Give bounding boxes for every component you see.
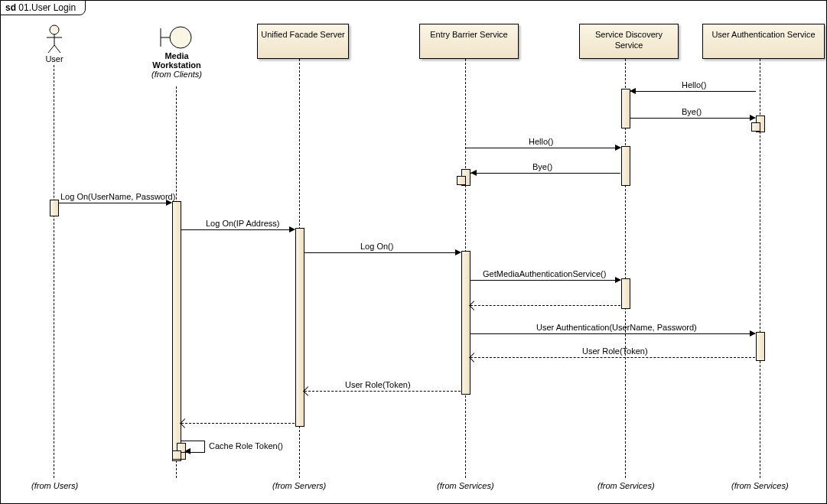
lifeline-auth: User Authentication Service [702, 24, 825, 59]
msg-logon3-arrow [455, 249, 461, 255]
msg-getservice-return-line [470, 305, 620, 306]
msg-userrole1-line [470, 357, 755, 358]
activation-auth-1b [751, 122, 760, 132]
svg-line-4 [54, 45, 60, 53]
msg-bye1-arrow [750, 115, 756, 121]
boundary-media-name2: Workstation [146, 60, 207, 70]
from-services-auth: (from Services) [731, 481, 789, 490]
msg-userrole2-arrow [303, 386, 313, 396]
msg-getservice-line [470, 280, 620, 281]
msg-userauth-line [470, 333, 755, 334]
msg-getservice-return-arrow [469, 301, 479, 311]
svg-point-0 [50, 25, 59, 34]
lifeline-entry: Entry Barrier Service [419, 24, 519, 59]
msg-userrole1-label: User Role(Token) [582, 346, 648, 356]
activation-auth-2 [756, 332, 765, 361]
msg-userauth-arrow [750, 330, 756, 337]
boundary-media-name1: Media [146, 51, 207, 60]
msg-userauth-label: User Authentication(UserName, Password) [536, 323, 697, 332]
lifeline-auth-label: User Authentication Service [711, 30, 815, 39]
activation-media-self-b [172, 450, 181, 460]
msg-userrole2-line [304, 391, 461, 392]
msg-cache-arrow [184, 448, 190, 454]
msg-logon1-label: Log On(UserName, Password) [60, 192, 175, 201]
svg-line-3 [48, 45, 54, 53]
actor-user-label: User [39, 54, 70, 63]
activation-facade-1 [295, 228, 304, 427]
msg-logon2-arrow [289, 226, 295, 232]
msg-bye2-arrow [470, 170, 477, 176]
msg-hello2-line [466, 148, 620, 148]
msg-facade-return-line [181, 423, 295, 424]
msg-hello2-label: Hello() [529, 137, 553, 146]
msg-logon3-line [304, 252, 461, 253]
boundary-media: Media Workstation (from Clients) [146, 24, 207, 79]
activation-discovery-3 [621, 278, 630, 309]
lifeline-discovery: Service Discovery Service [579, 24, 679, 59]
msg-logon2-line [181, 229, 295, 230]
activation-discovery-2 [621, 146, 630, 186]
lifeline-dash-user [54, 65, 54, 478]
msg-userrole2-label: User Role(Token) [345, 380, 411, 389]
sequence-diagram-frame: sd 01.User Login User Media Workstation … [0, 0, 827, 504]
msg-cache-label: Cache Role Token() [209, 441, 283, 450]
boundary-icon [158, 24, 196, 51]
from-servers: (from Servers) [272, 481, 326, 490]
lifeline-facade: Unified Facade Server [257, 24, 349, 59]
actor-icon [43, 24, 66, 54]
lifeline-facade-label: Unified Facade Server [261, 30, 344, 39]
from-services-discovery: (from Services) [597, 481, 655, 490]
frame-title: sd 01.User Login [0, 0, 86, 15]
msg-userrole1-arrow [469, 353, 479, 363]
activation-discovery-1 [621, 89, 630, 128]
boundary-media-from: (from Clients) [146, 70, 207, 79]
activation-entry-2 [461, 251, 470, 395]
msg-hello1-line [630, 91, 756, 92]
msg-bye1-line [630, 118, 755, 119]
msg-logon3-label: Log On() [360, 242, 393, 251]
msg-hello1-arrow [630, 88, 636, 94]
from-users: (from Users) [31, 481, 78, 490]
msg-facade-return-arrow [180, 418, 190, 428]
msg-logon2-label: Log On(IP Address) [206, 219, 279, 228]
msg-bye2-label: Bye() [532, 162, 552, 171]
frame-title-text: 01.User Login [18, 2, 76, 13]
msg-hello2-arrow [615, 145, 621, 151]
activation-entry-1b [457, 176, 466, 185]
lifeline-entry-label: Entry Barrier Service [430, 30, 507, 39]
msg-bye2-line [470, 173, 620, 174]
msg-getservice-arrow [615, 277, 621, 283]
msg-getservice-label: GetMediaAuthenticationService() [483, 269, 606, 278]
svg-point-7 [170, 27, 191, 48]
lifeline-discovery-label: Service Discovery Service [595, 30, 663, 50]
msg-logon1-line [58, 203, 171, 203]
actor-user: User [39, 24, 70, 63]
from-services-entry: (from Services) [437, 481, 494, 490]
msg-bye1-label: Bye() [682, 107, 702, 116]
msg-hello1-label: Hello() [682, 80, 706, 89]
